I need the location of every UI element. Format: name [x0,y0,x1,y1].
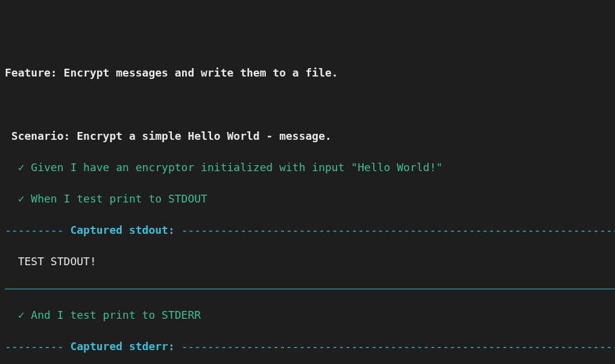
dash-trail: ----------------------------------------… [181,224,615,236]
capture-stdout-label: Captured stdout: [70,224,174,236]
separator-line [5,289,615,289]
check-icon: ✓ [18,307,25,323]
step-line: ✓ And I test print to STDERR [5,307,615,323]
dash-lead: --------- [5,224,64,236]
step-text: When I test print to STDOUT [31,192,207,205]
step-line: ✓ When I test print to STDOUT [5,191,615,207]
stdout-text: TEST STDOUT! [18,255,96,268]
feature-label: Feature: [5,66,57,79]
scenario-text: Encrypt a simple Hello World - message. [77,130,332,142]
scenario-line: Scenario: Encrypt a simple Hello World -… [5,128,615,144]
capture-header: --------- Captured stderr: -------------… [5,339,615,354]
step-text: And I test print to STDERR [31,309,201,321]
capture-stderr-label: Captured stderr: [70,340,174,353]
scenario-label: Scenario: [11,130,71,142]
dash-lead: --------- [5,340,64,353]
blank-line [5,96,615,112]
dash-trail: ----------------------------------------… [181,340,615,353]
check-icon: ✓ [18,191,25,207]
step-text: Given I have an encryptor initialized wi… [31,161,443,174]
check-icon: ✓ [18,160,25,175]
capture-header: --------- Captured stdout: -------------… [5,222,615,238]
step-line: ✓ Given I have an encryptor initialized … [5,160,615,175]
capture-output: TEST STDOUT! [5,254,615,269]
feature-line: Feature: Encrypt messages and write them… [5,65,615,81]
feature-text: Encrypt messages and write them to a fil… [64,66,338,79]
